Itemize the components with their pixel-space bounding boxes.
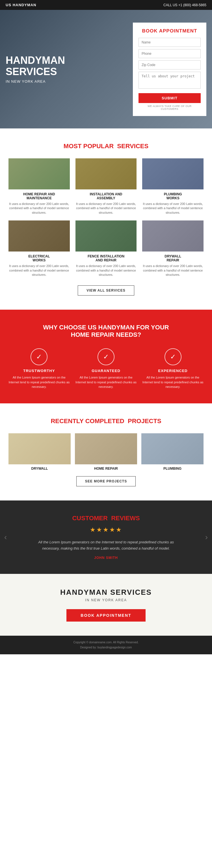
service-name-1: HOME REPAIR ANDMAINTENANCE — [8, 192, 70, 200]
footer: Copyright © domainname.com. All Rights R… — [0, 636, 212, 654]
view-all-button[interactable]: VIEW ALL SERVICES — [78, 285, 134, 296]
hero-section: HANDYMANSERVICES IN NEW YORK AREA BOOK A… — [0, 10, 212, 128]
service-desc-3: It uses a dictionary of over 200 Latin w… — [142, 202, 204, 215]
project-name-2: HOME REPAIR — [75, 467, 137, 470]
list-item: DRYWALL — [8, 433, 71, 470]
list-item: ✓ EXPERIENCED All the Lorem Ipsum genera… — [142, 348, 204, 389]
booking-card: BOOK APPOINTMENT SUBMIT WE ALWAYS TAKE C… — [133, 23, 206, 116]
list-item: ✓ GUARANTEED All the Lorem Ipsum generat… — [76, 348, 137, 389]
experienced-icon: ✓ — [164, 348, 182, 365]
service-desc-2: It uses a dictionary of over 200 Latin w… — [76, 202, 137, 215]
copyright-text: Copyright © domainname.com. All Rights R… — [74, 641, 139, 644]
list-item: FENCE INSTALLATIONAND REPAIR It uses a d… — [76, 220, 137, 277]
services-title-main: MOST POPULAR — [63, 143, 114, 150]
list-item: PLUMBINGWORKS It uses a dictionary of ov… — [142, 158, 204, 215]
why-name-2: GUARANTEED — [76, 369, 137, 373]
service-desc-5: It uses a dictionary of over 200 Latin w… — [76, 264, 137, 277]
project-image-2 — [75, 433, 137, 464]
hero-subtitle: IN NEW YORK AREA — [6, 79, 133, 84]
book-appointment-button[interactable]: BOOK APPOINTMENT — [67, 609, 145, 622]
see-more-button[interactable]: SEE MORE PROJECTS — [76, 476, 136, 486]
service-image-3 — [142, 158, 204, 189]
view-all-wrap: VIEW ALL SERVICES — [8, 285, 204, 296]
hero-title: HANDYMANSERVICES — [6, 55, 133, 77]
name-input[interactable] — [138, 38, 201, 47]
logo: US HANDYMAN — [6, 3, 36, 7]
project-textarea[interactable] — [138, 72, 201, 89]
booking-title: BOOK APPOINTMENT — [138, 28, 201, 34]
why-grid: ✓ TRUSTWORTHY All the Lorem Ipsum genera… — [8, 348, 204, 389]
hero-text: HANDYMANSERVICES IN NEW YORK AREA — [6, 55, 133, 84]
services-title: MOST POPULAR SERVICES — [8, 143, 204, 150]
footer-copyright: Copyright © domainname.com. All Rights R… — [6, 640, 206, 650]
why-desc-3: All the Lorem Ipsum generators on the In… — [142, 375, 204, 389]
list-item: HOME REPAIR — [75, 433, 137, 470]
why-title: WHY CHOOSE US HANDYMAN FOR YOURHOME REPA… — [8, 324, 204, 338]
why-desc-2: All the Lorem Ipsum generators on the In… — [76, 375, 137, 389]
services-grid: HOME REPAIR ANDMAINTENANCE It uses a dic… — [8, 158, 204, 277]
why-name-1: TRUSTWORTHY — [8, 369, 70, 373]
services-title-highlight: SERVICES — [117, 143, 149, 150]
reviews-title-main: CUSTOMER — [72, 515, 108, 522]
list-item: ELECTRICALWORKS It uses a dictionary of … — [8, 220, 70, 277]
list-item: DRYWALLREPAIR It uses a dictionary of ov… — [142, 220, 204, 277]
why-name-3: EXPERIENCED — [142, 369, 204, 373]
review-prev-button[interactable]: ‹ — [4, 533, 7, 542]
service-desc-4: It uses a dictionary of over 200 Latin w… — [8, 264, 70, 277]
reviews-title: CUSTOMER REVIEWS — [8, 515, 204, 522]
review-text: All the Lorem Ipsum generators on the In… — [35, 539, 177, 552]
service-image-5 — [76, 220, 137, 251]
footer-cta-section: HANDYMAN SERVICES IN NEW YORK AREA BOOK … — [0, 574, 212, 636]
trustworthy-icon: ✓ — [30, 348, 48, 365]
submit-note: WE ALWAYS TAKE CARE OF OUR CUSTOMERS — [138, 105, 201, 111]
project-image-3 — [141, 433, 204, 464]
header-phone: CALL US +1 (800) 468-5865 — [163, 3, 206, 7]
phone-number: +1 (800) 468-5865 — [178, 3, 206, 7]
list-item: INSTALLATION ANDASSEMBLY It uses a dicti… — [76, 158, 137, 215]
services-section: MOST POPULAR SERVICES HOME REPAIR ANDMAI… — [0, 128, 212, 310]
see-more-wrap: SEE MORE PROJECTS — [8, 476, 204, 486]
projects-grid: DRYWALL HOME REPAIR PLUMBING — [8, 433, 204, 470]
project-name-1: DRYWALL — [8, 467, 71, 470]
service-name-6: DRYWALLREPAIR — [142, 254, 204, 262]
list-item: HOME REPAIR ANDMAINTENANCE It uses a dic… — [8, 158, 70, 215]
projects-title-main: RECENTLY COMPLETED — [51, 417, 124, 425]
header: US HANDYMAN CALL US +1 (800) 468-5865 — [0, 0, 212, 10]
zip-input[interactable] — [138, 60, 201, 69]
designed-by: Designed by: buylandingpagedesign.com — [80, 646, 132, 649]
footer-cta-subtitle: IN NEW YORK AREA — [8, 598, 204, 602]
projects-title-highlight: PROJECTS — [128, 417, 161, 425]
reviews-title-highlight: REVIEWS — [111, 515, 140, 522]
project-image-1 — [8, 433, 71, 464]
phone-input[interactable] — [138, 49, 201, 58]
phone-label: CALL US — [163, 3, 178, 7]
service-desc-6: It uses a dictionary of over 200 Latin w… — [142, 264, 204, 277]
service-image-1 — [8, 158, 70, 189]
service-name-5: FENCE INSTALLATIONAND REPAIR — [76, 254, 137, 262]
list-item: ✓ TRUSTWORTHY All the Lorem Ipsum genera… — [8, 348, 70, 389]
reviewer-name: JOHN SMITH — [8, 556, 204, 560]
review-stars: ★★★★★ — [8, 526, 204, 533]
why-section: WHY CHOOSE US HANDYMAN FOR YOURHOME REPA… — [0, 310, 212, 403]
projects-section: RECENTLY COMPLETED PROJECTS DRYWALL HOME… — [0, 403, 212, 500]
service-desc-1: It uses a dictionary of over 200 Latin w… — [8, 202, 70, 215]
submit-button[interactable]: SUBMIT — [138, 93, 201, 103]
projects-title: RECENTLY COMPLETED PROJECTS — [8, 417, 204, 425]
review-next-button[interactable]: › — [205, 533, 208, 542]
guaranteed-icon: ✓ — [98, 348, 114, 365]
reviews-section: ‹ CUSTOMER REVIEWS ★★★★★ All the Lorem I… — [0, 500, 212, 574]
service-name-4: ELECTRICALWORKS — [8, 254, 70, 262]
service-image-2 — [76, 158, 137, 189]
footer-cta-title: HANDYMAN SERVICES — [8, 588, 204, 597]
list-item: PLUMBING — [141, 433, 204, 470]
service-name-3: PLUMBINGWORKS — [142, 192, 204, 200]
why-desc-1: All the Lorem Ipsum generators on the In… — [8, 375, 70, 389]
service-image-4 — [8, 220, 70, 251]
service-image-6 — [142, 220, 204, 251]
project-name-3: PLUMBING — [141, 467, 204, 470]
service-name-2: INSTALLATION ANDASSEMBLY — [76, 192, 137, 200]
